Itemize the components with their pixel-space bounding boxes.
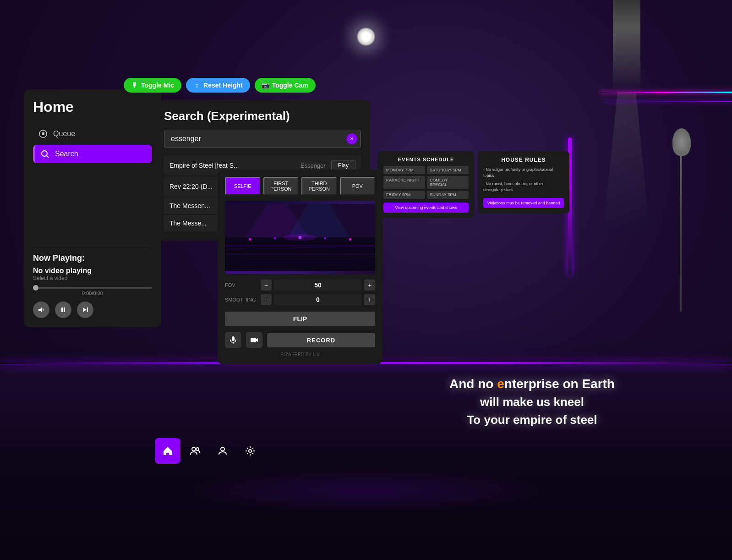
time-display: 0:00/0:00 (33, 291, 152, 296)
events-view-button[interactable]: View upcoming events and shows (383, 203, 469, 213)
footer-mic-button[interactable] (225, 332, 241, 348)
toggle-mic-button[interactable]: 🎙 Toggle Mic (124, 78, 181, 93)
top-toolbar: 🎙 Toggle Mic ↕ Reset Height 📷 Toggle Cam (124, 78, 316, 93)
svg-point-2 (42, 151, 47, 156)
nav-profile-button[interactable] (210, 438, 235, 464)
search-nav-icon (40, 149, 49, 159)
nav-settings-button[interactable] (237, 438, 263, 464)
svg-line-3 (47, 156, 49, 158)
lyrics-highlight: e (497, 377, 504, 391)
camera-preview (225, 201, 375, 274)
fov-value: 50 (274, 280, 361, 291)
nav-home-button[interactable] (155, 438, 180, 464)
footer-cam-button[interactable] (246, 332, 262, 348)
svg-rect-8 (87, 307, 88, 312)
fov-number-control: − 50 + (261, 280, 375, 291)
neon-line-right (600, 92, 732, 93)
event-cell-1: MONDAY 7PM (383, 166, 425, 174)
progress-bar[interactable] (33, 287, 152, 289)
svg-marker-26 (256, 338, 258, 342)
now-playing-label: Now Playing: (33, 253, 152, 263)
search-input-wrapper: × (164, 130, 361, 148)
left-panel: Home Queue Search Now Playing: No video … (24, 89, 161, 327)
event-cell-5: FRIDAY 9PM (383, 191, 425, 199)
svg-marker-7 (83, 307, 87, 312)
reset-height-button[interactable]: ↕ Reset Height (186, 78, 250, 93)
camera-panel: SELFIE FIRST PERSON THIRD PERSON POV (218, 170, 382, 364)
smoothing-controls: SMOOTHING − 0 + (225, 294, 375, 305)
powered-by: POWERED BY LIV (225, 352, 375, 357)
player-controls (33, 302, 152, 318)
pause-button[interactable] (55, 302, 71, 318)
fov-label: FOV (225, 282, 257, 288)
cam-tab-first-person[interactable]: FIRST PERSON (263, 177, 299, 195)
svg-rect-6 (64, 307, 65, 312)
cam-tab-selfie[interactable]: SELFIE (225, 177, 261, 195)
cam-tab-third-person[interactable]: THIRD PERSON (301, 177, 337, 195)
smoothing-label: SMOOTHING (225, 297, 257, 302)
smoothing-decrease-button[interactable]: − (261, 294, 272, 305)
svg-rect-25 (251, 338, 256, 342)
event-row-3: FRIDAY 9PM SUNDAY 3PM (383, 191, 469, 199)
result-artist-1: Essenger (300, 162, 326, 169)
mic-icon: 🎙 (131, 82, 138, 89)
search-panel-title: Search (Experimental) (164, 109, 361, 123)
cam-tab-pov[interactable]: POV (340, 177, 376, 195)
camera-view-tabs: SELFIE FIRST PERSON THIRD PERSON POV (225, 177, 375, 195)
nav-item-queue[interactable]: Queue (33, 125, 152, 143)
lyrics-suffix: nterprise on Earth (504, 377, 615, 391)
house-rules-panel: HOUSE RULES - No vulgar profanity or gra… (478, 151, 569, 214)
svg-point-22 (284, 234, 317, 241)
mic-stand-pole (680, 151, 682, 312)
svg-point-17 (249, 238, 251, 241)
svg-rect-23 (232, 336, 235, 341)
camera-footer: RECORD (225, 332, 375, 348)
lyrics-line3: To your empire of steel (378, 413, 686, 427)
floor-glow (183, 468, 549, 514)
event-cell-4: COMEDY SPECIAL (427, 176, 469, 189)
smoothing-increase-button[interactable]: + (364, 294, 375, 305)
height-icon: ↕ (193, 82, 201, 89)
lyrics-display: And no enterprise on Earth will make us … (378, 377, 686, 427)
events-panel: EVENTS SCHEDULE MONDAY 7PM SATURDAY 5PM … (378, 151, 474, 218)
svg-rect-5 (61, 307, 63, 312)
house-rules-title: HOUSE RULES (483, 157, 564, 163)
nav-social-button[interactable] (182, 438, 208, 464)
skip-button[interactable] (77, 302, 93, 318)
lyrics-prefix: And no (449, 377, 497, 391)
bottom-nav (155, 438, 263, 464)
svg-marker-4 (38, 307, 42, 313)
fov-decrease-button[interactable]: − (261, 280, 272, 291)
house-rules-button[interactable]: Violations may be removed and banned (483, 198, 564, 208)
flip-button[interactable]: FLIP (225, 312, 375, 326)
search-clear-button[interactable]: × (346, 133, 357, 144)
cam-icon: 📷 (262, 82, 269, 89)
house-rule-2: - No racist, homophobic, or other deroga… (483, 181, 564, 192)
toggle-cam-button[interactable]: 📷 Toggle Cam (255, 78, 316, 93)
stage-light-beam (604, 92, 650, 229)
nav-item-search[interactable]: Search (33, 145, 152, 163)
track-title: No video playing (33, 267, 152, 275)
record-button[interactable]: RECORD (267, 333, 375, 347)
smoothing-number-control: − 0 + (261, 294, 375, 305)
event-row-1: MONDAY 7PM SATURDAY 5PM (383, 166, 469, 174)
search-input[interactable] (164, 130, 361, 148)
event-cell-3: KARAOKE NIGHT (383, 176, 425, 189)
svg-point-18 (274, 237, 276, 239)
mic-stand (659, 128, 695, 312)
result-song-1: Empire of Steel [feat S... (169, 162, 295, 169)
now-playing-section: Now Playing: No video playing Select a v… (33, 246, 152, 318)
panel-title: Home (33, 99, 152, 115)
nav-queue-label: Queue (53, 130, 75, 138)
house-rule-1: - No vulgar profanity or graphic/sexual … (483, 167, 564, 178)
event-cell-2: SATURDAY 5PM (427, 166, 469, 174)
volume-button[interactable] (33, 302, 49, 318)
nav-search-label: Search (55, 150, 78, 158)
progress-knob[interactable] (33, 285, 38, 291)
lyrics-line1: And no enterprise on Earth (378, 377, 686, 391)
neon-line-right2 (604, 101, 732, 102)
smoothing-value: 0 (274, 294, 361, 305)
fov-increase-button[interactable]: + (364, 280, 375, 291)
camera-preview-inner (225, 201, 375, 274)
svg-rect-1 (42, 132, 44, 135)
